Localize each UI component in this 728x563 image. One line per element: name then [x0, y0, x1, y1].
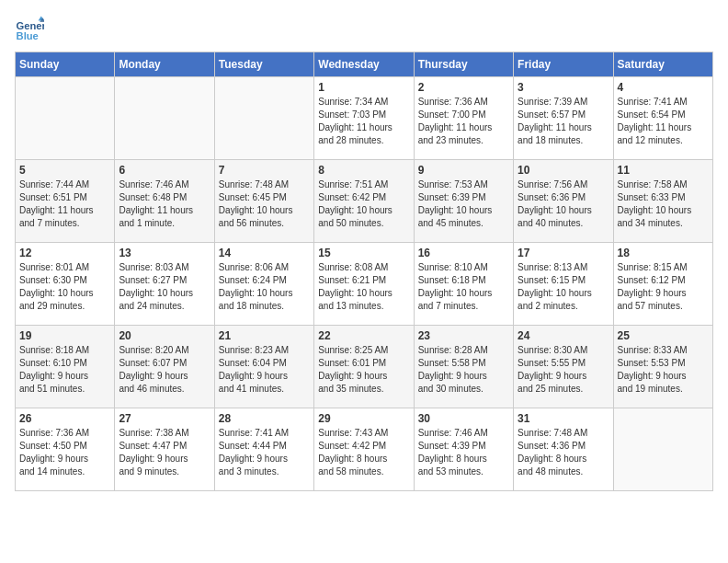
day-info: Sunrise: 8:33 AM Sunset: 5:53 PM Dayligh… — [618, 344, 709, 396]
calendar-day-cell — [16, 77, 115, 160]
calendar-body: 1Sunrise: 7:34 AM Sunset: 7:03 PM Daylig… — [16, 77, 713, 491]
day-number: 24 — [518, 329, 609, 342]
day-number: 12 — [19, 247, 110, 259]
day-info: Sunrise: 8:25 AM Sunset: 6:01 PM Dayligh… — [318, 344, 409, 396]
day-number: 25 — [618, 329, 709, 342]
calendar-day-cell: 19Sunrise: 8:18 AM Sunset: 6:10 PM Dayli… — [16, 326, 115, 408]
day-number: 1 — [318, 81, 409, 94]
calendar-day-cell: 12Sunrise: 8:01 AM Sunset: 6:30 PM Dayli… — [16, 243, 115, 326]
calendar-day-cell: 24Sunrise: 8:30 AM Sunset: 5:55 PM Dayli… — [514, 326, 613, 408]
logo-icon: General Blue — [15, 15, 44, 44]
calendar-day-cell: 31Sunrise: 7:48 AM Sunset: 4:36 PM Dayli… — [514, 408, 613, 491]
calendar-day-cell: 30Sunrise: 7:46 AM Sunset: 4:39 PM Dayli… — [414, 408, 513, 491]
day-number: 8 — [318, 164, 409, 177]
calendar-day-cell: 15Sunrise: 8:08 AM Sunset: 6:21 PM Dayli… — [314, 243, 414, 326]
calendar-day-cell: 11Sunrise: 7:58 AM Sunset: 6:33 PM Dayli… — [613, 160, 712, 243]
day-number: 4 — [618, 81, 709, 94]
day-info: Sunrise: 8:10 AM Sunset: 6:18 PM Dayligh… — [418, 261, 509, 313]
day-number: 28 — [219, 412, 310, 425]
day-number: 2 — [418, 81, 509, 94]
day-number: 27 — [119, 412, 210, 425]
day-info: Sunrise: 7:41 AM Sunset: 4:44 PM Dayligh… — [219, 427, 310, 478]
weekday-header: Tuesday — [214, 52, 313, 77]
calendar-day-cell: 17Sunrise: 8:13 AM Sunset: 6:15 PM Dayli… — [514, 243, 613, 326]
day-number: 31 — [518, 412, 609, 425]
calendar-day-cell: 29Sunrise: 7:43 AM Sunset: 4:42 PM Dayli… — [314, 408, 414, 491]
day-number: 5 — [19, 164, 110, 177]
day-number: 23 — [418, 329, 509, 342]
calendar-header-row: SundayMondayTuesdayWednesdayThursdayFrid… — [16, 52, 713, 77]
day-info: Sunrise: 8:13 AM Sunset: 6:15 PM Dayligh… — [518, 261, 609, 313]
calendar-day-cell: 7Sunrise: 7:48 AM Sunset: 6:45 PM Daylig… — [214, 160, 313, 243]
day-number: 19 — [19, 329, 110, 342]
calendar-day-cell: 20Sunrise: 8:20 AM Sunset: 6:07 PM Dayli… — [115, 326, 214, 408]
day-number: 15 — [318, 247, 409, 259]
logo: General Blue — [15, 15, 48, 44]
calendar-day-cell: 13Sunrise: 8:03 AM Sunset: 6:27 PM Dayli… — [115, 243, 214, 326]
calendar-day-cell: 18Sunrise: 8:15 AM Sunset: 6:12 PM Dayli… — [613, 243, 712, 326]
weekday-header: Sunday — [16, 52, 115, 77]
weekday-header: Saturday — [613, 52, 712, 77]
day-number: 29 — [318, 412, 409, 425]
day-info: Sunrise: 7:56 AM Sunset: 6:36 PM Dayligh… — [518, 178, 609, 230]
page-header: General Blue — [15, 15, 713, 44]
day-number: 14 — [219, 247, 310, 259]
calendar-day-cell: 21Sunrise: 8:23 AM Sunset: 6:04 PM Dayli… — [214, 326, 313, 408]
calendar-day-cell: 6Sunrise: 7:46 AM Sunset: 6:48 PM Daylig… — [115, 160, 214, 243]
day-number: 11 — [618, 164, 709, 177]
calendar-day-cell: 28Sunrise: 7:41 AM Sunset: 4:44 PM Dayli… — [214, 408, 313, 491]
day-number: 7 — [219, 164, 310, 177]
calendar-week-row: 26Sunrise: 7:36 AM Sunset: 4:50 PM Dayli… — [16, 408, 713, 491]
day-info: Sunrise: 7:41 AM Sunset: 6:54 PM Dayligh… — [618, 96, 709, 147]
day-info: Sunrise: 7:34 AM Sunset: 7:03 PM Dayligh… — [318, 96, 409, 147]
weekday-header: Monday — [115, 52, 214, 77]
day-info: Sunrise: 8:18 AM Sunset: 6:10 PM Dayligh… — [19, 344, 110, 396]
day-number: 16 — [418, 247, 509, 259]
calendar-day-cell: 3Sunrise: 7:39 AM Sunset: 6:57 PM Daylig… — [514, 77, 613, 160]
day-info: Sunrise: 8:30 AM Sunset: 5:55 PM Dayligh… — [518, 344, 609, 396]
day-info: Sunrise: 8:23 AM Sunset: 6:04 PM Dayligh… — [219, 344, 310, 396]
day-number: 21 — [219, 329, 310, 342]
day-info: Sunrise: 8:28 AM Sunset: 5:58 PM Dayligh… — [418, 344, 509, 396]
weekday-header: Thursday — [414, 52, 513, 77]
day-number: 6 — [119, 164, 210, 177]
day-info: Sunrise: 7:48 AM Sunset: 4:36 PM Dayligh… — [518, 427, 609, 478]
day-number: 30 — [418, 412, 509, 425]
calendar-day-cell: 9Sunrise: 7:53 AM Sunset: 6:39 PM Daylig… — [414, 160, 513, 243]
day-info: Sunrise: 7:51 AM Sunset: 6:42 PM Dayligh… — [318, 178, 409, 230]
day-number: 10 — [518, 164, 609, 177]
day-info: Sunrise: 7:44 AM Sunset: 6:51 PM Dayligh… — [19, 178, 110, 230]
day-number: 9 — [418, 164, 509, 177]
weekday-header: Friday — [514, 52, 613, 77]
day-info: Sunrise: 8:03 AM Sunset: 6:27 PM Dayligh… — [119, 261, 210, 313]
calendar-day-cell — [214, 77, 313, 160]
day-number: 22 — [318, 329, 409, 342]
day-number: 20 — [119, 329, 210, 342]
svg-text:Blue: Blue — [17, 30, 39, 41]
day-number: 17 — [518, 247, 609, 259]
day-number: 13 — [119, 247, 210, 259]
calendar-week-row: 1Sunrise: 7:34 AM Sunset: 7:03 PM Daylig… — [16, 77, 713, 160]
day-info: Sunrise: 8:20 AM Sunset: 6:07 PM Dayligh… — [119, 344, 210, 396]
calendar-day-cell: 26Sunrise: 7:36 AM Sunset: 4:50 PM Dayli… — [16, 408, 115, 491]
day-info: Sunrise: 7:36 AM Sunset: 7:00 PM Dayligh… — [418, 96, 509, 147]
calendar-day-cell: 5Sunrise: 7:44 AM Sunset: 6:51 PM Daylig… — [16, 160, 115, 243]
day-info: Sunrise: 7:43 AM Sunset: 4:42 PM Dayligh… — [318, 427, 409, 478]
day-info: Sunrise: 7:46 AM Sunset: 4:39 PM Dayligh… — [418, 427, 509, 478]
day-info: Sunrise: 7:39 AM Sunset: 6:57 PM Dayligh… — [518, 96, 609, 147]
calendar-day-cell: 2Sunrise: 7:36 AM Sunset: 7:00 PM Daylig… — [414, 77, 513, 160]
day-info: Sunrise: 7:48 AM Sunset: 6:45 PM Dayligh… — [219, 178, 310, 230]
calendar-day-cell — [115, 77, 214, 160]
weekday-header: Wednesday — [314, 52, 414, 77]
calendar-day-cell: 22Sunrise: 8:25 AM Sunset: 6:01 PM Dayli… — [314, 326, 414, 408]
calendar-day-cell: 23Sunrise: 8:28 AM Sunset: 5:58 PM Dayli… — [414, 326, 513, 408]
day-info: Sunrise: 7:53 AM Sunset: 6:39 PM Dayligh… — [418, 178, 509, 230]
calendar-day-cell: 16Sunrise: 8:10 AM Sunset: 6:18 PM Dayli… — [414, 243, 513, 326]
day-info: Sunrise: 7:46 AM Sunset: 6:48 PM Dayligh… — [119, 178, 210, 230]
calendar-day-cell: 25Sunrise: 8:33 AM Sunset: 5:53 PM Dayli… — [613, 326, 712, 408]
calendar-day-cell: 4Sunrise: 7:41 AM Sunset: 6:54 PM Daylig… — [613, 77, 712, 160]
calendar-table: SundayMondayTuesdayWednesdayThursdayFrid… — [15, 52, 713, 491]
calendar-day-cell — [613, 408, 712, 491]
day-info: Sunrise: 8:08 AM Sunset: 6:21 PM Dayligh… — [318, 261, 409, 313]
day-info: Sunrise: 8:15 AM Sunset: 6:12 PM Dayligh… — [618, 261, 709, 313]
